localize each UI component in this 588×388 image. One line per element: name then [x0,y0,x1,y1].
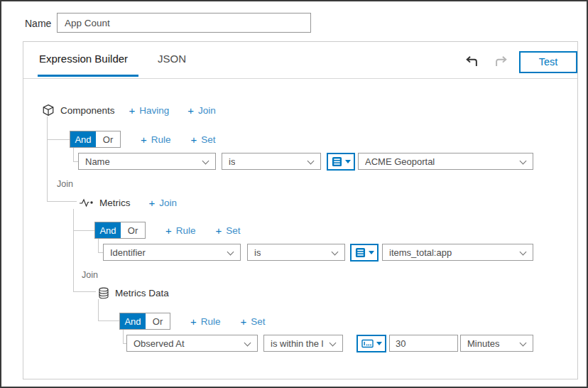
tab-json[interactable]: JSON [158,53,186,65]
add-set-link[interactable]: + Set [191,134,216,146]
chevron-down-icon [332,249,339,256]
value-source-button[interactable] [350,244,379,262]
caret-down-icon [345,160,351,163]
plus-icon: + [149,197,156,209]
and-segment[interactable]: And [70,131,96,147]
or-segment[interactable]: Or [121,222,145,238]
redo-icon [494,53,509,69]
tab-expression-builder[interactable]: Expression Builder [39,53,128,65]
value-select[interactable]: ACME Geoportal [358,153,533,170]
stored-values-icon [355,247,366,258]
operator-select[interactable]: is within the l... [263,335,343,352]
pulse-icon [79,198,94,208]
stored-values-icon [332,156,342,167]
manual-input-icon [361,339,374,348]
tree-connector [74,230,94,231]
tabs-divider [23,78,577,79]
metrics-data-node: Metrics Data [98,286,169,300]
rule-row-2: Identifier is items_total:app [23,244,577,261]
and-or-toggle: And Or [119,313,170,330]
chevron-down-icon [227,249,234,256]
plus-icon: + [190,316,197,328]
name-input[interactable] [57,13,311,33]
condition-group-3: And Or + Rule + Set [119,313,266,330]
add-join-link-metrics[interactable]: + Join [149,197,178,209]
caret-down-icon [376,342,382,345]
rule-row-3: Observed At is within the l... Minutes [23,335,577,352]
plus-icon: + [129,104,136,117]
components-node: Components + Having + Join [42,103,216,117]
plus-icon: + [141,134,147,146]
tree-connector [98,299,119,321]
add-join-link-components[interactable]: + Join [187,104,216,117]
add-set-link[interactable]: + Set [241,316,266,328]
components-label: Components [60,105,115,116]
plus-icon: + [187,104,194,117]
add-rule-link[interactable]: + Rule [165,225,196,237]
condition-group-2: And Or + Rule + Set [94,222,241,239]
operator-select[interactable]: is [247,244,345,261]
metrics-node: Metrics + Join [79,195,177,210]
plus-icon: + [216,225,222,237]
chevron-down-icon [520,249,527,256]
and-or-toggle: And Or [70,131,121,148]
undo-button[interactable] [464,53,479,69]
plus-icon: + [241,316,247,328]
value-source-button[interactable] [356,335,386,352]
field-select[interactable]: Observed At [126,335,258,352]
condition-group-1: And Or + Rule + Set [70,131,216,148]
join-edge-label: Join [57,179,73,189]
redo-button[interactable] [494,53,509,69]
field-select[interactable]: Name [78,153,216,170]
active-tab-underline [38,75,138,77]
chevron-down-icon [520,340,527,347]
metrics-data-label: Metrics Data [115,288,169,298]
add-rule-link[interactable]: + Rule [141,134,171,146]
chevron-down-icon [520,158,527,165]
chevron-down-icon [244,340,251,347]
add-rule-link[interactable]: + Rule [190,316,221,328]
value-select[interactable]: items_total:app [382,244,533,261]
units-select[interactable]: Minutes [460,335,533,352]
add-having-link[interactable]: + Having [129,104,170,117]
plus-icon: + [191,134,197,146]
undo-icon [464,53,479,69]
plus-icon: + [165,225,172,237]
duration-input[interactable] [389,335,458,352]
operator-select[interactable]: is [222,153,321,170]
tree-connector [48,139,70,140]
value-source-button[interactable] [327,153,355,171]
expression-builder-window: Name Expression Builder JSON Test [0,0,588,388]
metrics-label: Metrics [99,198,131,208]
test-button[interactable]: Test [519,51,577,73]
caret-down-icon [369,251,374,254]
or-segment[interactable]: Or [146,313,170,329]
or-segment[interactable]: Or [96,131,120,147]
field-select[interactable]: Identifier [103,244,241,261]
name-field-label: Name [25,18,51,29]
add-set-link[interactable]: + Set [216,225,241,237]
chevron-down-icon [202,158,209,165]
and-segment[interactable]: And [120,313,146,329]
builder-panel: Expression Builder JSON Test Components [23,41,578,379]
chevron-down-icon [307,158,315,165]
rule-row-1: Name is ACME Geoportal [23,153,577,170]
join-edge-label: Join [82,270,98,280]
cube-icon [42,104,55,117]
chevron-down-icon [330,340,337,347]
database-icon [98,287,109,299]
and-or-toggle: And Or [94,222,146,239]
and-segment[interactable]: And [95,222,121,238]
